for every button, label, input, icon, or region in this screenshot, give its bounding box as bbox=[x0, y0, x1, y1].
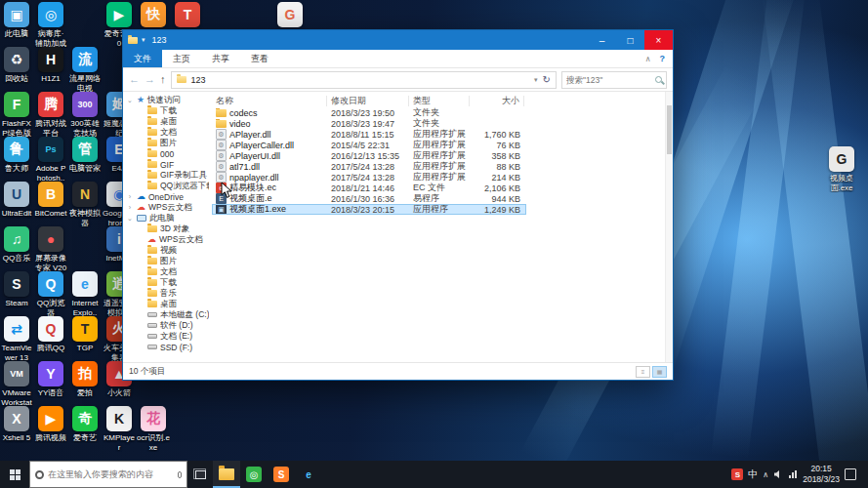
desktop-icon[interactable]: 300 300英雄竞技场 bbox=[68, 92, 102, 138]
desktop-icon[interactable]: Q 腾讯QQ bbox=[34, 316, 67, 353]
up-icon[interactable]: ↑ bbox=[160, 74, 166, 85]
nav-item[interactable]: 000 bbox=[123, 148, 209, 159]
nav-item[interactable]: 图片 bbox=[123, 138, 209, 148]
desktop-icon[interactable]: S Steam bbox=[0, 271, 33, 308]
nav-item[interactable]: ⌄ 此电脑 bbox=[123, 213, 209, 224]
nav-item[interactable]: 软件 (D:) bbox=[123, 320, 209, 331]
desktop-icon[interactable]: F FlashFXP绿色版 bbox=[0, 92, 33, 138]
desktop-icon[interactable]: Y YY语音 bbox=[34, 361, 67, 398]
nav-item[interactable]: 文档 bbox=[123, 266, 209, 277]
taskbar-app[interactable]: S bbox=[268, 461, 295, 488]
desktop-icon[interactable]: H H1Z1 bbox=[34, 47, 67, 84]
desktop-icon[interactable]: ⇄ TeamViewer 13 bbox=[0, 316, 33, 362]
back-icon[interactable]: ← bbox=[129, 74, 140, 85]
file-row[interactable]: codecs 2018/3/23 19:50 文件夹 bbox=[212, 107, 526, 118]
nav-item[interactable]: 3D 对象 bbox=[123, 224, 209, 234]
nav-item[interactable]: 桌面 bbox=[123, 299, 209, 309]
minimize-button[interactable]: – bbox=[588, 30, 616, 50]
desktop-icon[interactable]: 腾 腾讯对战平台 bbox=[34, 92, 67, 138]
desktop-icon[interactable]: 流 流星网络电视 bbox=[68, 47, 102, 93]
ribbon-tab[interactable]: 共享 bbox=[201, 50, 240, 67]
scrollbar-thumb[interactable] bbox=[667, 105, 672, 154]
maximize-button[interactable]: □ bbox=[616, 30, 644, 50]
column-header[interactable]: 大小 bbox=[470, 96, 524, 106]
refresh-icon[interactable]: ↻ bbox=[543, 74, 551, 85]
file-row[interactable]: ⚙APlayerUI.dll 2016/12/13 15:35 应用程序扩展 3… bbox=[212, 150, 526, 161]
explorer-search-box[interactable] bbox=[561, 71, 667, 89]
nav-item[interactable]: GIF bbox=[123, 159, 209, 170]
close-button[interactable]: × bbox=[644, 30, 673, 50]
volume-icon[interactable] bbox=[773, 469, 783, 479]
desktop-icon[interactable]: ◎ 病毒库·辅助加成 bbox=[34, 2, 67, 48]
desktop-icon[interactable]: X Xshell 5 bbox=[0, 406, 33, 443]
ribbon-tab[interactable]: 主页 bbox=[162, 50, 201, 67]
nav-item[interactable]: ⌄ ★ 快速访问 bbox=[123, 95, 209, 105]
desktop-icon[interactable]: G 视频桌面.exe bbox=[825, 146, 858, 192]
sogou-ime-icon[interactable]: S bbox=[731, 468, 743, 480]
nav-item[interactable]: 下载 bbox=[123, 105, 209, 116]
nav-item[interactable]: › ☁ WPS云文档 bbox=[123, 202, 209, 213]
desktop-icon[interactable]: 拍 爱拍 bbox=[68, 361, 102, 398]
scrollbar[interactable] bbox=[665, 92, 673, 362]
tray-expand-icon[interactable]: ∧ bbox=[763, 470, 768, 479]
network-icon[interactable] bbox=[788, 469, 798, 479]
nav-item[interactable]: 视频 bbox=[123, 245, 209, 256]
expander-icon[interactable]: ⌄ bbox=[126, 97, 134, 104]
nav-item[interactable]: 音乐 bbox=[123, 288, 209, 299]
desktop-icon[interactable]: ▶ 腾讯视频 bbox=[34, 406, 67, 443]
desktop-icon[interactable]: 花 ocr识别.exe bbox=[137, 406, 170, 452]
desktop-icon[interactable]: K KMPlayer bbox=[103, 406, 136, 452]
file-row[interactable]: ▣视频桌面1.exe 2018/3/23 20:15 应用程序 1,249 KB bbox=[212, 204, 526, 215]
nav-item[interactable]: QQ浏览器下载 bbox=[123, 181, 209, 191]
desktop-icon[interactable]: Ps Adobe Photosh.. bbox=[34, 137, 67, 183]
nav-item[interactable]: 图片 bbox=[123, 256, 209, 266]
thumbnails-view-icon[interactable]: ▦ bbox=[652, 366, 667, 378]
ribbon-collapse-icon[interactable]: ∧ bbox=[645, 55, 651, 63]
notification-center-icon[interactable] bbox=[845, 468, 856, 480]
desktop-icon[interactable]: Q QQ浏览器 bbox=[34, 271, 67, 317]
qat-dropdown-icon[interactable]: ▾ bbox=[142, 36, 145, 44]
taskbar-search-input[interactable] bbox=[48, 469, 174, 479]
desktop-icon[interactable]: T TGP bbox=[68, 316, 102, 353]
taskbar-search-box[interactable] bbox=[29, 461, 187, 488]
desktop-icon[interactable]: N 夜神模拟器 bbox=[68, 182, 102, 227]
nav-item[interactable]: 文档 (E:) bbox=[123, 331, 209, 342]
breadcrumb-path[interactable]: 123 bbox=[191, 75, 206, 85]
expander-icon[interactable]: › bbox=[126, 193, 134, 200]
ribbon-tab[interactable]: 文件 bbox=[123, 50, 162, 67]
taskbar-app[interactable] bbox=[213, 461, 240, 488]
desktop-icon[interactable]: U UltraEdit bbox=[0, 182, 33, 219]
desktop-icon[interactable]: 奇 爱奇艺 bbox=[68, 406, 102, 443]
desktop-icon[interactable]: 鲁 鲁大师 bbox=[0, 137, 33, 174]
window-titlebar[interactable]: ▾ 123 – □ × bbox=[123, 30, 673, 50]
desktop-icon[interactable]: 管 电脑管家 bbox=[68, 137, 102, 174]
help-icon[interactable]: ? bbox=[660, 54, 666, 63]
ime-indicator[interactable]: 中 bbox=[748, 468, 758, 481]
forward-icon[interactable]: → bbox=[145, 74, 155, 85]
breadcrumb[interactable]: 123 ▾ ↻ bbox=[171, 71, 558, 89]
nav-item[interactable]: ☁ WPS云文档 bbox=[123, 234, 209, 245]
column-header[interactable]: 名称 bbox=[212, 96, 327, 106]
column-header[interactable]: 类型 bbox=[409, 96, 470, 106]
file-row[interactable]: ⚙atl71.dll 2017/5/24 13:28 应用程序扩展 88 KB bbox=[212, 161, 526, 172]
desktop-icon[interactable]: ▣ 此电脑 bbox=[0, 2, 33, 39]
expander-icon[interactable]: › bbox=[126, 204, 134, 211]
desktop-icon[interactable]: ♻ 回收站 bbox=[0, 47, 33, 84]
details-view-icon[interactable]: ≡ bbox=[636, 366, 650, 378]
start-button[interactable] bbox=[0, 461, 29, 488]
explorer-search-input[interactable] bbox=[566, 75, 652, 85]
nav-item[interactable]: 本地磁盘 (C:) bbox=[123, 309, 209, 320]
expander-icon[interactable]: ⌄ bbox=[126, 215, 134, 223]
file-row[interactable]: video 2018/3/23 19:47 文件夹 bbox=[212, 118, 526, 129]
file-row[interactable]: ⚙APlayer.dll 2018/8/11 15:15 应用程序扩展 1,76… bbox=[212, 129, 526, 140]
taskbar-app[interactable]: e bbox=[295, 461, 322, 488]
file-row[interactable]: ⚙APlayerCaller.dll 2015/4/5 22:31 应用程序扩展… bbox=[212, 140, 526, 150]
nav-item[interactable]: 下载 bbox=[123, 277, 209, 288]
nav-item[interactable]: GIF录制工具 bbox=[123, 170, 209, 181]
clock[interactable]: 20:15 2018/3/23 bbox=[803, 464, 840, 484]
desktop-icon[interactable]: ♫ QQ音乐 bbox=[0, 226, 33, 264]
nav-item[interactable]: 桌面 bbox=[123, 116, 209, 127]
task-view-button[interactable] bbox=[187, 461, 213, 488]
taskbar-app[interactable]: ◎ bbox=[240, 461, 268, 488]
desktop-icon[interactable]: e Internet Explo.. bbox=[68, 271, 102, 317]
